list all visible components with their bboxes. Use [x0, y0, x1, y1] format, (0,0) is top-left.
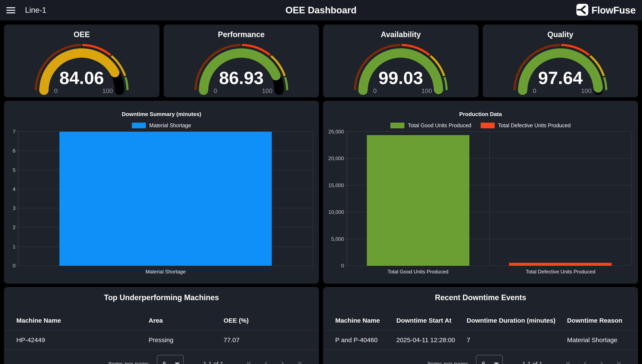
recent-downtime-events-card: Recent Downtime Events Machine NameDownt…: [323, 287, 638, 364]
tick-mark: [16, 227, 18, 228]
tick-mark: [16, 132, 18, 132]
table-row[interactable]: HP-42449Pressing77.07: [4, 330, 319, 350]
legend-item: Material Shortage: [132, 122, 191, 128]
next-page-icon[interactable]: [278, 360, 287, 364]
gauge-value: 97.64: [538, 68, 582, 88]
gauge-arc: 84.060100: [4, 40, 159, 98]
y-tick-label: 5: [4, 167, 16, 173]
table-header-cell: Downtime Reason: [567, 314, 622, 327]
y-tick-label: 4: [4, 186, 16, 192]
table-footer: Items per page:51-1 of 1: [4, 351, 303, 364]
items-per-page-select[interactable]: 5: [476, 355, 503, 364]
select-caret-icon: [494, 362, 499, 364]
y-axis-labels: 05,00010,00015,00020,00025,000: [323, 101, 344, 284]
gauge-card-availability: Availability99.030100: [323, 24, 479, 97]
previous-page-icon[interactable]: [262, 360, 270, 364]
page-title: OEE Dashboard: [0, 5, 642, 16]
flowfuse-logo-icon: [576, 4, 588, 17]
y-tick-label: 3: [4, 205, 16, 212]
table-header-cell: Downtime Start At: [396, 314, 451, 327]
y-axis-labels: 01234567: [4, 101, 16, 284]
table-header-cell: Downtime Duration (minutes): [467, 314, 555, 327]
gauge-min-label: 0: [54, 87, 58, 94]
table-row[interactable]: P and P-404602025-04-11 12:28:007Materia…: [323, 330, 638, 350]
category-separator: [489, 132, 490, 266]
downtime-summary-chart-card: Downtime Summary (minutes) Material Shor…: [4, 101, 319, 284]
y-tick-label: 6: [4, 148, 16, 154]
bar: [60, 132, 271, 266]
gauge-max-label: 100: [421, 87, 432, 94]
y-tick-label: 0: [323, 262, 344, 269]
table-footer: Items per page:51-1 of 1: [323, 351, 622, 364]
top-underperforming-machines-card: Top Underperforming Machines Machine Nam…: [4, 287, 319, 364]
legend-label: Material Shortage: [149, 122, 191, 128]
items-per-page-select[interactable]: 5: [157, 355, 184, 364]
legend-label: Total Defective Units Produced: [498, 122, 571, 128]
table-cell: P and P-40460: [335, 330, 378, 350]
tick-mark: [16, 150, 18, 151]
chart-legend: Material Shortage: [4, 122, 319, 128]
bar-chart-plot: [18, 132, 313, 266]
gauge-arc: 86.930100: [164, 40, 319, 98]
items-per-page-value: 5: [163, 360, 166, 364]
gauge-max-label: 100: [102, 87, 113, 94]
table-header-row: Machine NameDowntime Start AtDowntime Du…: [323, 314, 638, 327]
table-title: Recent Downtime Events: [323, 293, 638, 302]
bar: [367, 135, 469, 266]
y-tick-label: 20,000: [323, 155, 344, 162]
first-page-icon[interactable]: [564, 360, 573, 364]
last-page-icon[interactable]: [295, 360, 303, 364]
gauge-max-label: 100: [262, 87, 272, 94]
page-range-label: 1-1 of 1: [522, 360, 542, 364]
brand: FlowFuse: [576, 0, 636, 20]
tick-mark: [345, 239, 347, 239]
top-bar: Line-1 OEE Dashboard FlowFuse: [0, 0, 642, 20]
gauge-max-label: 100: [581, 87, 591, 94]
table-cell: 7: [467, 330, 470, 350]
table-header-cell: OEE (%): [224, 314, 249, 327]
select-caret-icon: [175, 362, 180, 364]
tick-mark: [345, 158, 347, 158]
bar: [509, 263, 612, 266]
legend-swatch: [132, 122, 146, 128]
y-tick-label: 2: [4, 224, 16, 230]
gauge-min-label: 0: [214, 87, 217, 94]
gauge-arc: 99.030100: [323, 40, 479, 98]
table-cell: Material Shortage: [567, 330, 617, 350]
gauge-arc: 97.640100: [483, 40, 638, 98]
x-axis-label: Total Defective Units Produced: [526, 269, 595, 275]
gauge-title: Availability: [323, 30, 479, 39]
gauge-title: OEE: [4, 30, 159, 39]
first-page-icon[interactable]: [245, 360, 253, 364]
legend-label: Total Good Units Produced: [408, 122, 471, 128]
gauge-value: 99.03: [379, 68, 423, 88]
next-page-icon[interactable]: [598, 360, 606, 364]
gauge-min-label: 0: [373, 87, 377, 94]
tick-mark: [345, 185, 347, 186]
x-axis-labels: Material Shortage: [18, 269, 313, 276]
previous-page-icon[interactable]: [581, 360, 589, 364]
tick-mark: [16, 189, 18, 189]
tick-mark: [16, 246, 18, 247]
dashboard-content: OEE84.060100Performance86.930100Availabi…: [0, 20, 642, 364]
table-cell: HP-42449: [16, 330, 45, 350]
table-cell: 77.07: [224, 330, 239, 350]
table-cell: 2025-04-11 12:28:00: [396, 330, 455, 350]
tick-mark: [16, 266, 18, 266]
table-cell: Pressing: [149, 330, 173, 350]
production-data-chart-card: Production Data Total Good Units Produce…: [323, 101, 638, 284]
last-page-icon[interactable]: [614, 360, 622, 364]
gauge-title: Performance: [164, 30, 319, 39]
gauge-title: Quality: [483, 30, 638, 39]
page-range-label: 1-1 of 1: [203, 360, 223, 364]
divider: [4, 350, 319, 350]
x-axis-labels: Total Good Units ProducedTotal Defective…: [347, 269, 632, 276]
gauge-card-performance: Performance86.930100: [164, 24, 319, 97]
table-header-cell: Area: [149, 314, 163, 327]
y-tick-label: 25,000: [323, 128, 344, 135]
chart-title: Downtime Summary (minutes): [4, 111, 319, 118]
chart-title: Production Data: [323, 111, 638, 118]
y-tick-label: 15,000: [323, 182, 344, 188]
legend-item: Total Good Units Produced: [390, 122, 471, 128]
legend-swatch: [481, 122, 495, 128]
